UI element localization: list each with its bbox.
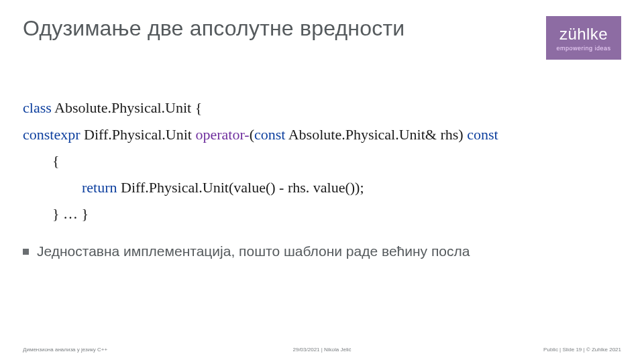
slide-title: Одузимање две апсолутне вредности [23, 16, 405, 41]
code-line: } … } [23, 200, 621, 227]
logo-tagline: empowering ideas [556, 45, 610, 52]
code-line: constexpr Diff.Physical.Unit operator-(c… [23, 121, 621, 148]
footer-left: Димензиона анализа у језику C++ [23, 347, 107, 353]
code-block: class Absolute.Physical.Unit { constexpr… [23, 95, 621, 227]
bullet-item: Једноставна имплементација, пошто шаблон… [23, 243, 470, 259]
footer-right: Public | Slide 19 | © Zuhlke 2021 [543, 347, 621, 353]
footer: Димензиона анализа у језику C++ 29/03/20… [23, 347, 621, 353]
slide: Одузимање две апсолутне вредности zühlke… [0, 0, 644, 362]
keyword-const: const [254, 126, 285, 143]
keyword-class: class [23, 99, 52, 116]
code-line: { [23, 147, 621, 174]
keyword-constexpr: constexpr [23, 126, 80, 143]
square-bullet-icon [23, 249, 29, 255]
brand-logo: zühlke empowering ideas [546, 16, 621, 60]
logo-text: zühlke [559, 25, 608, 44]
keyword-return: return [82, 179, 117, 196]
code-line: class Absolute.Physical.Unit { [23, 95, 621, 121]
header: Одузимање две апсолутне вредности zühlke… [23, 16, 621, 60]
keyword-operator: operator- [195, 126, 249, 143]
bullet-text: Једноставна имплементација, пошто шаблон… [37, 243, 470, 259]
footer-center: 29/03/2021 | Nikola Jelić [292, 347, 351, 353]
keyword-const: const [467, 126, 498, 143]
code-line: return Diff.Physical.Unit(value() - rhs.… [23, 174, 621, 201]
